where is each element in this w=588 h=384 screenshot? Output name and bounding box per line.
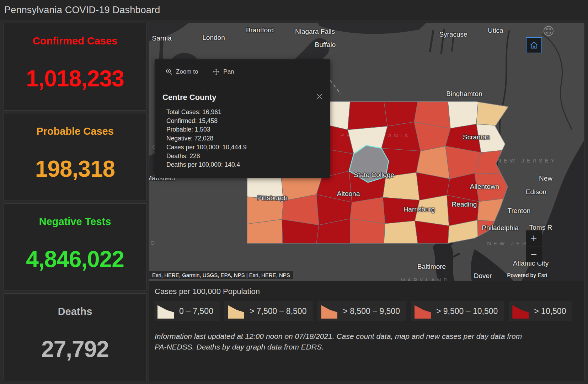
city-label-allentown: Allentown (470, 183, 499, 191)
legend-item-5: > 10,500 (509, 301, 572, 321)
legend-label: > 7,500 – 8,500 (250, 306, 307, 316)
stat-value: 198,318 (35, 156, 115, 182)
city-label-harrisburg: Harrisburg (403, 206, 435, 213)
stat-panel-negative-tests: Negative Tests4,846,022 (4, 203, 146, 291)
popup-stat-line: Deaths: 228 (166, 152, 323, 161)
legend: Cases per 100,000 Population 0 – 7,500> … (149, 281, 584, 321)
stat-value: 1,018,233 (26, 65, 124, 92)
popup-stat-line: Confirmed: 15,458 (166, 117, 323, 126)
popup-stat-line: Probable: 1,503 (166, 125, 323, 134)
legend-swatch-icon (321, 304, 337, 319)
legend-label: > 8,500 – 9,500 (343, 306, 400, 316)
powered-by-esri: Powered by Esri (507, 272, 547, 278)
city-label-pittsburgh: Pittsburgh (257, 194, 288, 202)
city-label-dover: Dover (474, 272, 492, 280)
magnifier-plus-icon (165, 68, 173, 75)
popup-title: Centre County (162, 93, 217, 102)
popup-actions: Zoom to Pan (155, 59, 330, 84)
stat-label: Negative Tests (39, 216, 111, 228)
legend-swatch-icon (228, 304, 244, 319)
popup-stat-line: Negative: 72,028 (166, 134, 323, 143)
stat-value: 27,792 (41, 336, 109, 362)
city-label-binghamton: Binghamton (446, 90, 482, 98)
zoom-in-button[interactable]: + (526, 230, 542, 246)
legend-item-4: > 9,500 – 10,500 (411, 301, 504, 321)
legend-label: > 10,500 (534, 306, 566, 316)
city-label-utica: Utica (488, 27, 503, 34)
stat-label: Confirmed Cases (33, 35, 118, 47)
city-label-scranton: Scranton (463, 133, 490, 141)
legend-swatch-icon (415, 304, 431, 319)
popup-body: Centre County Total Cases: 16,961Confirm… (155, 84, 330, 169)
city-label-state-college: State College (354, 171, 394, 179)
stat-panel-confirmed-cases: Confirmed Cases1,018,233 (4, 23, 146, 111)
legend-title: Cases per 100,000 Population (155, 287, 584, 296)
state-label-maryland: MARYLAND (400, 277, 450, 282)
city-label-sarnia: Sarnia (152, 34, 172, 42)
zoom-out-button[interactable]: − (526, 246, 542, 262)
city-label-london: London (202, 34, 225, 42)
pan-label: Pan (223, 68, 234, 75)
popup-stat-line: Cases per 100,000: 10,444.9 (166, 143, 323, 152)
legend-label: 0 – 7,500 (179, 306, 213, 316)
zoom-to-button[interactable]: Zoom to (165, 68, 198, 75)
legend-item-2: > 7,500 – 8,500 (224, 301, 313, 321)
stat-panel-probable-cases: Probable Cases198,318 (4, 113, 146, 201)
home-icon (529, 41, 539, 50)
stat-label: Probable Cases (36, 126, 114, 137)
feature-popup: Zoom to Pan C (155, 59, 330, 178)
popup-stats: Total Cases: 16,961Confirmed: 15,458Prob… (162, 108, 323, 169)
expand-icon[interactable] (543, 26, 554, 36)
city-label-syracuse: Syracuse (439, 31, 467, 38)
stat-label: Deaths (58, 306, 92, 318)
city-label-altoona: Altoona (337, 190, 360, 198)
legend-label: > 9,500 – 10,500 (436, 306, 498, 316)
city-label-buffalo: Buffalo (315, 41, 336, 49)
header-bar: Pennsylvania COVID-19 Dashboard (0, 0, 588, 20)
stats-sidebar: Confirmed Cases1,018,233Probable Cases19… (4, 23, 146, 381)
home-button[interactable] (526, 37, 542, 53)
page-title: Pennsylvania COVID-19 Dashboard (0, 0, 588, 20)
legend-row: 0 – 7,500> 7,500 – 8,500> 8,500 – 9,500>… (154, 301, 584, 321)
zoom-to-label: Zoom to (176, 68, 198, 75)
legend-item-3: > 8,500 – 9,500 (317, 301, 406, 321)
map-content-panel: PENNSYLVANIANEW JERSEYNEW JERSMARYLANDIO… (149, 23, 584, 381)
pan-button[interactable]: Pan (212, 68, 234, 76)
city-label-philadelphia: Philadelphia (482, 224, 519, 232)
city-label-new: New (539, 175, 552, 182)
map-attribution: Esri, HERE, Garmin, USGS, EPA, NPS | Esr… (149, 271, 293, 279)
city-label-edison: Edison (526, 188, 546, 196)
city-label-brantford: Brantford (246, 26, 274, 34)
pan-arrows-icon (212, 68, 220, 76)
covid-dashboard: Pennsylvania COVID-19 Dashboard Confirme… (0, 0, 588, 384)
city-label-reading: Reading (452, 201, 477, 208)
stat-value: 4,846,022 (26, 246, 124, 272)
legend-swatch-icon (512, 304, 529, 319)
state-label-io: IO (149, 240, 157, 246)
state-label-pennsylvania: PENNSYLVANIA (341, 132, 411, 138)
city-label-niagara-falls: Niagara Falls (295, 28, 335, 36)
zoom-controls: + − (526, 230, 542, 262)
state-label-new-jersey: NEW JERSEY (497, 158, 557, 164)
legend-swatch-icon (157, 304, 174, 319)
city-label-trenton: Trenton (508, 207, 531, 215)
legend-item-1: 0 – 7,500 (154, 301, 220, 321)
popup-stat-line: Deaths per 100,000: 140.4 (166, 160, 323, 169)
stat-panel-deaths: Deaths27,792 (4, 293, 146, 381)
city-label-baltimore: Baltimore (417, 263, 446, 271)
close-icon[interactable] (316, 93, 323, 100)
map[interactable]: PENNSYLVANIANEW JERSEYNEW JERSMARYLANDIO… (149, 23, 584, 281)
update-notes: Information last updated at 12:00 noon o… (155, 331, 531, 353)
popup-stat-line: Total Cases: 16,961 (166, 108, 323, 117)
